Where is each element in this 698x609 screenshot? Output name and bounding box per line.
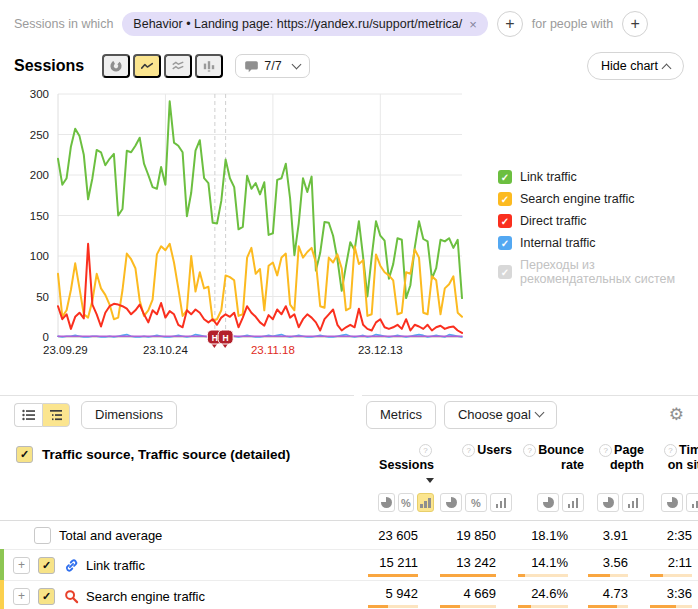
value-sparkbar xyxy=(440,605,496,608)
percent-display-toggle[interactable]: % xyxy=(398,493,415,512)
add-session-filter-button[interactable]: + xyxy=(497,11,523,37)
table-row-search-engine-traffic[interactable]: + ✓ Search engine traffic 5 942 4 669 24… xyxy=(0,581,698,609)
pie-chart-icon[interactable] xyxy=(102,54,130,78)
column-header-sessions[interactable]: ?Sessions xyxy=(378,443,440,488)
bars-toggle-icon xyxy=(496,498,507,508)
bars-toggle-icon xyxy=(420,498,431,508)
dimensions-button[interactable]: Dimensions xyxy=(81,401,177,429)
legend-item[interactable]: ✓ Internal traffic xyxy=(498,236,698,250)
row-label: Total and average xyxy=(59,528,162,543)
row-checkbox[interactable]: ✓ xyxy=(38,588,55,605)
pie-display-toggle[interactable] xyxy=(440,493,462,512)
sessions-line-chart[interactable]: 05010015020025030023.09.2923.10.2423.11.… xyxy=(8,82,486,365)
segments-dropdown[interactable]: 7/7 xyxy=(235,54,309,78)
table-toolbar: Dimensions Metrics Choose goal ⚙ xyxy=(0,395,698,433)
bars-display-toggle[interactable] xyxy=(686,493,698,512)
column-header-bounce-rate[interactable]: ?Bounce rate xyxy=(518,443,590,488)
comment-icon xyxy=(245,60,258,73)
metric-value: 5 942 xyxy=(362,581,424,609)
help-icon[interactable]: ? xyxy=(599,444,612,457)
legend-label: Link traffic xyxy=(520,170,577,184)
tree-view-icon[interactable] xyxy=(42,403,70,427)
legend-checkbox[interactable]: ✓ xyxy=(498,170,512,184)
pie-toggle-icon xyxy=(603,497,614,508)
gear-icon[interactable]: ⚙ xyxy=(669,404,684,425)
metric-value: 2:35 xyxy=(634,521,698,549)
segment-filter-chip-label: Behavior • Landing page: https://yandex.… xyxy=(133,17,462,31)
svg-text:200: 200 xyxy=(30,169,49,181)
legend-checkbox[interactable]: ✓ xyxy=(498,236,512,250)
svg-text:23.12.13: 23.12.13 xyxy=(358,344,403,356)
table-row-total[interactable]: Total and average 23 60519 85018.1%3.912… xyxy=(0,521,698,550)
column-header-page-depth[interactable]: ?Page depth xyxy=(590,443,650,488)
value-sparkbar xyxy=(588,574,628,577)
search-icon xyxy=(64,589,79,604)
pie-display-toggle[interactable] xyxy=(597,493,619,512)
row-checkbox[interactable] xyxy=(34,527,51,544)
legend-item[interactable]: ✓ Direct traffic xyxy=(498,214,698,228)
percent-toggle-icon: % xyxy=(401,497,411,509)
bars-display-toggle[interactable] xyxy=(417,493,434,512)
expand-row-button[interactable]: + xyxy=(13,557,30,574)
help-icon[interactable]: ? xyxy=(462,444,475,457)
table-row-link-traffic[interactable]: + ✓ Link traffic 15 211 13 242 14.1% 3.5… xyxy=(0,550,698,581)
bars-display-toggle[interactable] xyxy=(562,493,584,512)
column-header-users[interactable]: ?Users xyxy=(440,443,518,488)
table-header: ✓ Traffic source, Traffic source (detail… xyxy=(0,433,698,521)
svg-text:100: 100 xyxy=(30,250,49,262)
percent-display-toggle[interactable]: % xyxy=(465,493,487,512)
expand-row-button[interactable]: + xyxy=(13,588,30,605)
bars-toggle-icon xyxy=(568,498,579,508)
percent-toggle-icon: % xyxy=(471,497,481,509)
metrics-button[interactable]: Metrics xyxy=(366,401,436,429)
pie-display-toggle[interactable] xyxy=(537,493,559,512)
bars-display-toggle[interactable] xyxy=(490,493,512,512)
row-color-indicator xyxy=(0,580,4,609)
pie-toggle-icon xyxy=(446,497,457,508)
value-sparkbar xyxy=(588,605,628,608)
segment-filter-chip[interactable]: Behavior • Landing page: https://yandex.… xyxy=(122,12,487,36)
metric-value: 24.6% xyxy=(502,581,574,609)
row-checkbox[interactable]: ✓ xyxy=(38,557,55,574)
stacked-chart-icon[interactable] xyxy=(164,54,192,78)
legend-label: Direct traffic xyxy=(520,214,586,228)
help-icon[interactable]: ? xyxy=(664,444,677,457)
legend-label: Internal traffic xyxy=(520,236,596,250)
sort-desc-icon xyxy=(426,478,434,483)
legend-item[interactable]: ✓ Search engine traffic xyxy=(498,192,698,206)
choose-goal-dropdown[interactable]: Choose goal xyxy=(444,401,557,429)
value-sparkbar xyxy=(650,574,692,577)
annotation-marker: Н xyxy=(218,330,233,348)
pie-display-toggle[interactable] xyxy=(378,493,395,512)
help-icon[interactable]: ? xyxy=(523,444,536,457)
metric-value: 3.91 xyxy=(574,521,634,549)
value-sparkbar xyxy=(440,574,496,577)
value-sparkbar xyxy=(650,605,692,608)
svg-text:300: 300 xyxy=(30,88,49,100)
value-sparkbar xyxy=(368,605,418,608)
svg-text:0: 0 xyxy=(43,331,49,343)
column-header-time-on-site[interactable]: ?Time on site xyxy=(650,443,698,488)
metric-value: 19 850 xyxy=(424,521,502,549)
legend-checkbox[interactable]: ✓ xyxy=(498,192,512,206)
flat-list-view-icon[interactable] xyxy=(14,403,42,427)
view-mode-switch xyxy=(14,403,70,427)
column-chart-icon[interactable] xyxy=(195,54,223,78)
row-color-indicator xyxy=(0,549,4,581)
svg-text:23.11.18: 23.11.18 xyxy=(251,344,295,356)
pie-display-toggle[interactable] xyxy=(661,493,683,512)
legend-item[interactable]: ✓ Переходы из рекомендательных систем xyxy=(498,258,698,286)
dimension-select-all-checkbox[interactable]: ✓ xyxy=(16,446,33,463)
chart-legend: ✓ Link traffic ✓ Search engine traffic ✓… xyxy=(498,170,698,365)
hide-chart-button[interactable]: Hide chart xyxy=(587,52,684,80)
line-chart-icon[interactable] xyxy=(133,54,161,78)
remove-filter-icon[interactable]: × xyxy=(469,18,477,31)
add-people-filter-button[interactable]: + xyxy=(622,11,648,37)
table-rows: Total and average 23 60519 85018.1%3.912… xyxy=(0,521,698,609)
legend-checkbox[interactable]: ✓ xyxy=(498,265,512,279)
bars-display-toggle[interactable] xyxy=(622,493,644,512)
bars-toggle-icon xyxy=(692,498,698,508)
legend-item[interactable]: ✓ Link traffic xyxy=(498,170,698,184)
legend-checkbox[interactable]: ✓ xyxy=(498,214,512,228)
help-icon[interactable]: ? xyxy=(419,444,432,457)
